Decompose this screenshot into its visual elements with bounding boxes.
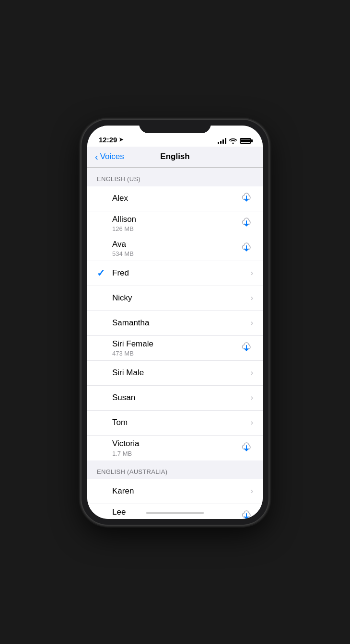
list-item-susan[interactable]: Susan› [87,386,263,411]
item-subtitle-victoria: 1.7 MB [112,450,240,457]
item-name-ava: Ava [112,239,240,250]
list-item-alex[interactable]: Alex [87,186,263,211]
chevron-icon-nicky[interactable]: › [251,294,253,302]
home-indicator [146,512,204,514]
back-label: Voices [100,152,124,161]
item-name-nicky: Nicky [112,293,251,303]
download-icon-siri-female[interactable] [240,341,253,355]
section-header-english-us: ENGLISH (US) [87,168,263,186]
download-icon-victoria[interactable] [240,441,253,455]
list-item-ava[interactable]: Ava534 MB [87,236,263,261]
back-chevron-icon: ‹ [95,152,98,161]
item-name-alex: Alex [112,193,240,204]
page-title: English [160,152,189,161]
list-item-tom[interactable]: Tom› [87,411,263,436]
list-item-victoria[interactable]: Victoria1.7 MB [87,436,263,460]
chevron-icon-karen[interactable]: › [251,487,253,495]
nav-bar: ‹ Voices English [87,147,263,168]
chevron-icon-samantha[interactable]: › [251,319,253,327]
content-area: ENGLISH (US)Alex Allison126 MB Ava534 MB… [87,168,263,519]
item-subtitle-lee: 404 MB [112,518,240,518]
chevron-icon-fred[interactable]: › [251,269,253,277]
item-subtitle-ava: 534 MB [112,250,240,257]
list-item-nicky[interactable]: Nicky› [87,286,263,311]
battery-icon [240,138,251,144]
list-item-siri-male[interactable]: Siri Male› [87,361,263,386]
chevron-icon-tom[interactable]: › [251,418,253,427]
item-subtitle-allison: 126 MB [112,225,240,232]
item-name-victoria: Victoria [112,438,240,449]
location-icon: ➤ [119,137,123,143]
chevron-icon-susan[interactable]: › [251,393,253,402]
item-name-siri-male: Siri Male [112,368,251,378]
screen: 12:29 ➤ [87,126,263,519]
back-button[interactable]: ‹ Voices [95,152,124,161]
item-name-susan: Susan [112,392,251,403]
list-item-samantha[interactable]: Samantha› [87,311,263,336]
item-name-allison: Allison [112,214,240,225]
list-item-fred[interactable]: ✓Fred› [87,261,263,286]
signal-bars-icon [218,138,226,144]
phone-frame: 12:29 ➤ [82,120,268,525]
notch [139,120,211,133]
item-subtitle-siri-female: 473 MB [112,350,240,357]
section-header-english-australia: ENGLISH (AUSTRALIA) [87,460,263,479]
item-name-tom: Tom [112,417,251,428]
download-icon-alex[interactable] [240,191,253,206]
checkmark-fred: ✓ [97,267,106,279]
status-time: 12:29 ➤ [99,136,123,144]
list-item-siri-female[interactable]: Siri Female473 MB [87,336,263,361]
item-name-samantha: Samantha [112,318,251,328]
list-group-english-us: Alex Allison126 MB Ava534 MB ✓Fred›Nicky… [87,186,263,460]
download-icon-allison[interactable] [240,216,253,230]
item-name-karen: Karen [112,486,251,496]
wifi-icon [229,138,237,144]
status-icons [218,138,251,144]
list-item-karen[interactable]: Karen› [87,479,263,504]
download-icon-ava[interactable] [240,241,253,255]
item-name-siri-female: Siri Female [112,339,240,349]
download-icon-lee[interactable] [240,509,253,519]
list-item-allison[interactable]: Allison126 MB [87,211,263,236]
item-name-fred: Fred [112,268,251,278]
chevron-icon-siri-male[interactable]: › [251,368,253,377]
